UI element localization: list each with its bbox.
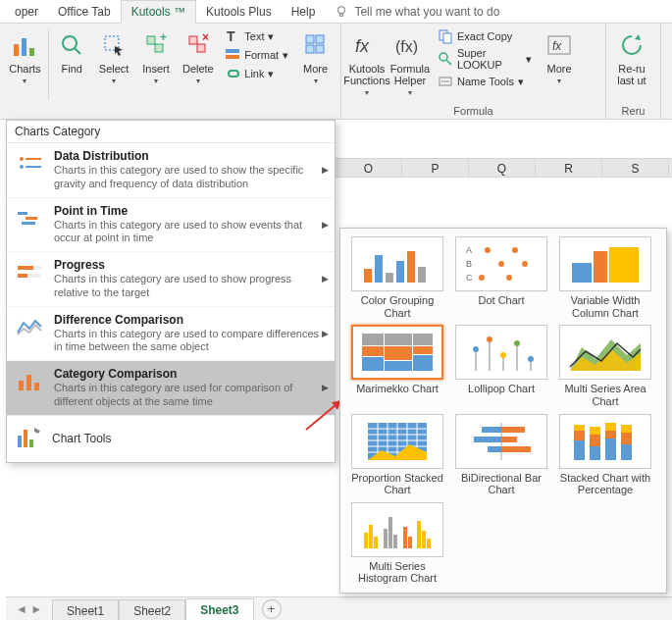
- svg-rect-65: [572, 263, 592, 283]
- svg-rect-76: [413, 355, 433, 371]
- chart-thumb-icon: [559, 236, 651, 291]
- svg-rect-8: [147, 36, 155, 44]
- name-tools-label: Name Tools: [457, 76, 514, 87]
- svg-point-61: [498, 261, 504, 267]
- gallery-item-label: Stacked Chart with Percentage: [556, 469, 654, 496]
- dropdown-chart-tools[interactable]: Chart Tools: [7, 416, 335, 462]
- select-button[interactable]: Select: [93, 26, 135, 89]
- dropdown-item-desc: Charts in this category are used to comp…: [54, 328, 327, 355]
- tab-developer[interactable]: oper: [5, 1, 48, 23]
- svg-rect-24: [443, 33, 451, 43]
- gallery-item-multi-histogram[interactable]: Multi Series Histogram Chart: [348, 502, 446, 585]
- svg-rect-124: [388, 517, 392, 548]
- svg-rect-15: [226, 49, 239, 53]
- svg-rect-126: [403, 527, 407, 548]
- text-icon: T: [225, 28, 240, 44]
- formula-helper-button[interactable]: (fx) Formula Helper: [388, 26, 432, 101]
- link-button[interactable]: Link ▾: [221, 65, 292, 82]
- chart-thumb-icon: [351, 414, 443, 469]
- svg-rect-68: [362, 334, 384, 345]
- delete-button[interactable]: × Delete: [177, 26, 219, 89]
- tab-office-tab[interactable]: Office Tab: [48, 1, 121, 23]
- exact-copy-label: Exact Copy: [457, 30, 512, 42]
- sheet-tab[interactable]: Sheet2: [119, 599, 185, 621]
- svg-point-63: [479, 275, 485, 281]
- svg-line-6: [75, 48, 80, 54]
- gallery-item-marimekko[interactable]: Marimekko Chart: [348, 325, 446, 407]
- tab-help[interactable]: Help: [282, 1, 326, 23]
- gallery-item-dot[interactable]: ABC Dot Chart: [452, 236, 550, 319]
- svg-rect-112: [590, 435, 600, 446]
- insert-button[interactable]: + Insert: [135, 26, 178, 89]
- dropdown-item-data-distribution[interactable]: Data DistributionCharts in this category…: [7, 143, 335, 198]
- gallery-item-stacked-percentage[interactable]: Stacked Chart with Percentage: [556, 414, 654, 496]
- col-header[interactable]: Q: [469, 159, 536, 177]
- find-button[interactable]: Find: [51, 26, 93, 78]
- ribbon-tabs: oper Office Tab Kutools ™ Kutools Plus H…: [0, 0, 672, 24]
- dropdown-item-point-in-time[interactable]: Point in TimeCharts in this category are…: [7, 198, 335, 253]
- charts-icon: [9, 29, 40, 61]
- more-label: More: [303, 63, 328, 75]
- format-button[interactable]: Format ▾: [221, 46, 292, 64]
- sheet-scroll-arrows[interactable]: ◄ ►: [6, 602, 52, 616]
- svg-rect-11: [189, 36, 197, 44]
- dropdown-item-desc: Charts in this category are used to show…: [54, 219, 327, 246]
- svg-rect-35: [18, 212, 27, 215]
- col-header[interactable]: P: [402, 159, 469, 177]
- column-headers: O P Q R S: [336, 158, 672, 178]
- gallery-item-multi-area[interactable]: Multi Series Area Chart: [556, 325, 654, 407]
- chevron-right-icon: ▶: [322, 274, 329, 284]
- svg-rect-52: [386, 273, 393, 283]
- tab-kutools-plus[interactable]: Kutools Plus: [196, 1, 282, 23]
- rerun-group-label: Reru: [610, 103, 656, 119]
- svg-rect-110: [574, 425, 585, 431]
- add-sheet-button[interactable]: +: [262, 599, 282, 619]
- svg-rect-1: [340, 14, 343, 17]
- svg-rect-16: [226, 55, 239, 59]
- svg-rect-2: [14, 44, 19, 56]
- svg-rect-19: [306, 45, 314, 53]
- sheet-tab[interactable]: Sheet1: [52, 599, 119, 621]
- gallery-item-label: Dot Chart: [476, 291, 526, 317]
- name-tools-button[interactable]: Name Tools ▾: [434, 73, 536, 90]
- kutools-functions-button[interactable]: fx Kutools Functions: [345, 26, 388, 101]
- gallery-item-proportion-stacked[interactable]: Proportion Stacked Chart: [348, 414, 446, 496]
- dropdown-item-difference-comparison[interactable]: Difference ComparisonCharts in this cate…: [7, 307, 335, 362]
- svg-rect-107: [501, 446, 531, 452]
- chart-thumb-icon: [351, 325, 443, 380]
- svg-point-32: [20, 165, 24, 169]
- delete-icon: ×: [182, 29, 214, 61]
- dropdown-item-title: Difference Comparison: [54, 313, 327, 327]
- dropdown-item-progress[interactable]: ProgressCharts in this category are used…: [7, 252, 335, 307]
- gallery-item-variable-width[interactable]: Variable Width Column Chart: [556, 236, 654, 319]
- col-header[interactable]: R: [536, 159, 602, 177]
- gallery-item-label: Variable Width Column Chart: [556, 291, 654, 319]
- more-button[interactable]: More: [294, 26, 336, 89]
- col-header[interactable]: S: [602, 159, 669, 177]
- svg-point-60: [512, 247, 518, 253]
- insert-icon: +: [140, 29, 172, 61]
- text-button[interactable]: TText ▾: [221, 27, 292, 45]
- super-lookup-button[interactable]: Super LOOKUP ▾: [434, 46, 536, 72]
- dropdown-item-title: Point in Time: [54, 204, 327, 218]
- gallery-item-label: Marimekko Chart: [354, 380, 440, 405]
- tab-kutools[interactable]: Kutools ™: [121, 0, 196, 24]
- gallery-item-color-grouping[interactable]: Color Grouping Chart: [348, 236, 446, 319]
- exact-copy-button[interactable]: Exact Copy: [434, 27, 536, 45]
- svg-rect-53: [396, 261, 404, 283]
- gallery-item-lollipop[interactable]: Lollipop Chart: [452, 325, 550, 407]
- more2-button[interactable]: fx More: [538, 26, 581, 89]
- dropdown-item-category-comparison[interactable]: Category ComparisonCharts in this catego…: [7, 361, 335, 416]
- gallery-item-bidirectional-bar[interactable]: BiDirectional Bar Chart: [452, 414, 550, 496]
- tell-me-search[interactable]: Tell me what you want to do: [325, 1, 509, 23]
- svg-rect-12: [197, 44, 205, 52]
- sheet-tab[interactable]: Sheet3: [185, 598, 253, 620]
- dropdown-item-desc: Charts in this category are used to show…: [54, 273, 327, 300]
- rerun-button[interactable]: Re-rulast ut: [610, 26, 653, 90]
- col-header[interactable]: O: [336, 159, 402, 177]
- svg-point-5: [63, 36, 77, 50]
- charts-button[interactable]: Charts: [4, 26, 46, 89]
- category-icon: [15, 367, 44, 394]
- svg-point-86: [528, 356, 534, 362]
- svg-rect-71: [362, 346, 384, 356]
